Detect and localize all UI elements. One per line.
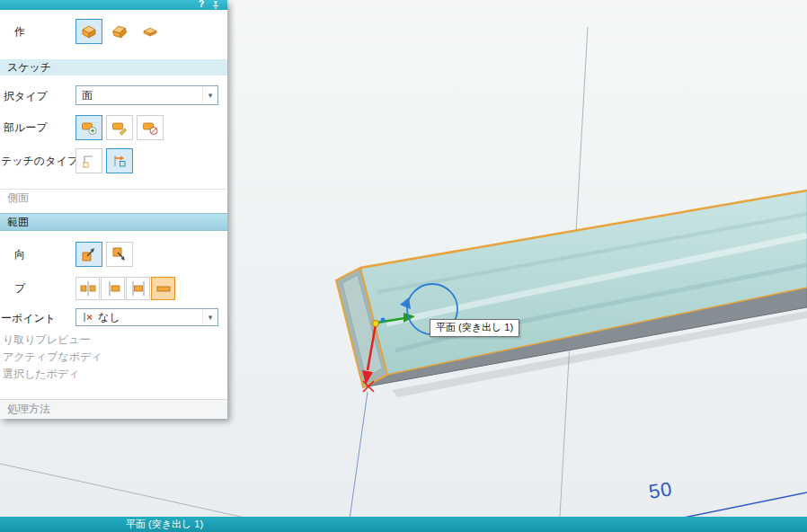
keypoint-dropdown[interactable]: なし ▾ — [75, 308, 218, 326]
treatment-section-label: 処理方法 — [7, 402, 50, 417]
extent-section-header[interactable]: 範囲 — [0, 213, 227, 231]
through-all-icon — [79, 279, 97, 297]
loop-add-icon — [81, 120, 97, 136]
extent-finite-button[interactable] — [151, 277, 175, 300]
origin-knob[interactable] — [373, 321, 379, 327]
status-text: 平面 (突き出し 1) — [126, 518, 203, 531]
sketch-arrow-icon — [111, 153, 128, 169]
help-icon[interactable]: ? — [199, 0, 204, 9]
loop-exclude-icon — [142, 120, 158, 136]
selected-body-label: 選択したボディ — [3, 367, 79, 382]
loops-exclude-button[interactable] — [137, 115, 164, 140]
treatment-section-header: 処理方法 — [0, 399, 227, 419]
extent-through-all-button[interactable] — [75, 277, 100, 300]
operation-surface-button[interactable] — [137, 19, 164, 44]
sketch-type-row: テッチのタイプ — [0, 146, 227, 176]
direction-label: 向 — [14, 247, 25, 262]
cut-preview-label: り取りプレビュー — [3, 332, 91, 348]
sketch-section-label: スケッチ — [7, 60, 51, 75]
extent-section-label: 範囲 — [7, 215, 29, 230]
keypoint-row: ーポイント なし ▾ — [0, 307, 227, 329]
keypoint-value: なし — [98, 310, 202, 325]
extent-through-next-button[interactable] — [101, 277, 125, 300]
dimension-value[interactable]: 50 — [647, 477, 674, 504]
sketch-type-corner-button[interactable] — [75, 148, 102, 173]
extrude-options-dialog: ? 作 — [0, 0, 227, 419]
extent-from-to-button[interactable] — [126, 277, 150, 300]
chevron-down-icon[interactable]: ▾ — [202, 86, 217, 104]
direction-row: 向 — [0, 239, 227, 270]
sketch-corner-icon — [81, 153, 97, 169]
internal-loops-row: 部ループ — [0, 113, 227, 142]
status-bar: 平面 (突き出し 1) — [0, 517, 807, 532]
through-next-icon — [104, 279, 122, 297]
extent-type-label: プ — [14, 281, 25, 297]
finite-extent-icon — [155, 279, 173, 297]
loops-edit-button[interactable] — [106, 115, 133, 140]
blue-axis-knob[interactable] — [381, 318, 386, 323]
pin-icon[interactable] — [211, 1, 220, 10]
direction-one-side-button[interactable] — [75, 242, 102, 267]
loop-edit-icon — [111, 120, 128, 136]
direction-up-icon — [80, 245, 98, 263]
active-body-label: アクティブなボディ — [3, 350, 102, 365]
selection-type-dropdown[interactable]: 面 ▾ — [75, 85, 218, 105]
extrude-surface-icon — [141, 22, 159, 40]
active-body-option[interactable]: アクティブなボディ — [0, 350, 227, 365]
operation-cut-button[interactable] — [106, 19, 133, 44]
sketch-section-header[interactable]: スケッチ — [0, 59, 227, 75]
operation-extrude-button[interactable] — [75, 19, 102, 44]
selection-type-value: 面 — [82, 88, 202, 103]
side-section-header: 側面 — [0, 189, 227, 207]
operation-row: 作 — [0, 14, 227, 49]
keypoint-none-icon — [82, 311, 94, 324]
chevron-down-icon[interactable]: ▾ — [202, 309, 217, 325]
selected-body-option[interactable]: 選択したボディ — [0, 367, 227, 382]
cut-preview-option[interactable]: り取りプレビュー — [0, 332, 227, 348]
direction-down-icon — [111, 245, 129, 263]
operation-label: 作 — [14, 24, 25, 40]
extrude-add-icon — [80, 22, 98, 40]
dialog-titlebar[interactable]: ? — [0, 0, 227, 10]
selection-type-label: 択タイプ — [4, 89, 48, 104]
keypoint-label: ーポイント — [1, 311, 56, 326]
sketch-type-arrow-button[interactable] — [106, 148, 133, 173]
extent-type-row: プ — [0, 275, 227, 302]
side-section-label: 側面 — [7, 191, 29, 206]
sketch-type-label: テッチのタイプ — [1, 154, 78, 169]
loops-add-button[interactable] — [75, 115, 102, 140]
from-to-icon — [129, 279, 147, 297]
selection-type-row: 択タイプ 面 ▾ — [0, 84, 227, 108]
extrude-cut-icon — [111, 22, 129, 40]
plane-tooltip: 平面 (突き出し 1) — [430, 319, 519, 337]
internal-loops-label: 部ループ — [4, 120, 48, 136]
direction-both-sides-button[interactable] — [106, 242, 133, 267]
